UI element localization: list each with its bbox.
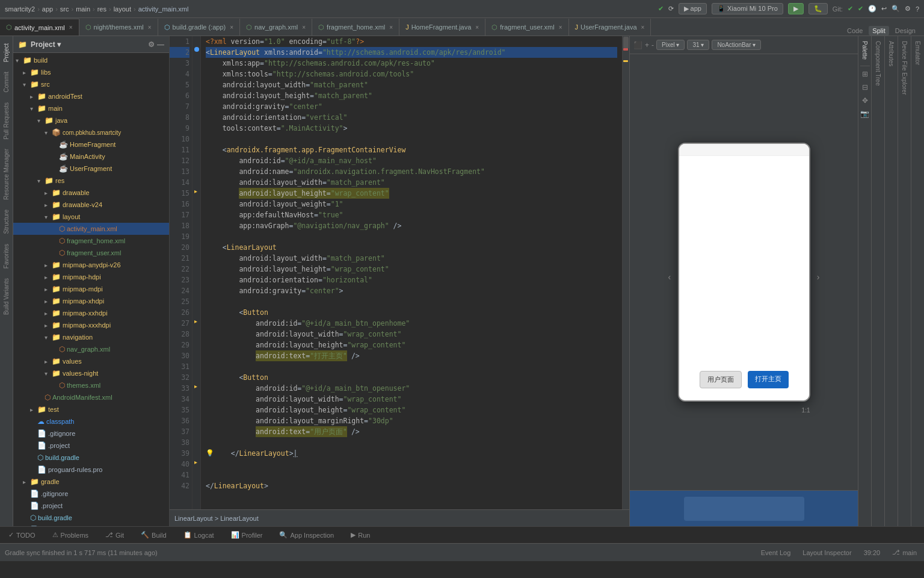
close-tab-fragment-home[interactable]: × — [389, 24, 393, 31]
tab-home-fragment[interactable]: J HomeFragment.java × — [399, 19, 485, 36]
tree-item-project-root[interactable]: ▸ 📄 .project — [13, 500, 169, 512]
close-tab-nav-graph[interactable]: × — [302, 24, 306, 31]
tree-item-main[interactable]: ▾ 📁 main — [13, 102, 169, 114]
tree-item-values[interactable]: ▸ 📁 values — [13, 355, 169, 367]
left-tab-pull-requests[interactable]: Pull Requests — [1, 98, 11, 144]
tree-item-res[interactable]: ▾ 📁 res — [13, 175, 169, 187]
tool-problems[interactable]: ⚠ Problems — [49, 530, 92, 540]
run-btn[interactable]: ▶ — [788, 3, 804, 14]
tab-user-fragment[interactable]: J UserFragment.java × — [569, 19, 651, 36]
palette-tab[interactable]: Palette — [860, 36, 870, 64]
tool-logcat[interactable]: 📋 Logcat — [180, 530, 218, 540]
tree-item-values-night[interactable]: ▾ 📁 values-night — [13, 367, 169, 379]
help-icon[interactable]: ? — [916, 5, 919, 13]
zoom-in-icon[interactable]: + — [645, 41, 649, 49]
tool-app-inspection[interactable]: 🔍 App Inspection — [276, 530, 337, 540]
tree-item-nav-graph[interactable]: ▸ ⬡ nav_graph.xml — [13, 343, 169, 355]
tree-item-java[interactable]: ▾ 📁 java — [13, 114, 169, 126]
git-branch[interactable]: ⎇ main — [890, 547, 919, 558]
tree-item-libs[interactable]: ▸ 📁 libs — [13, 66, 169, 78]
emulator-tab[interactable]: Emulator — [913, 36, 923, 70]
vcs-icon[interactable]: ✔ — [658, 5, 664, 13]
tool-build[interactable]: 🔨 Build — [137, 530, 170, 540]
tree-item-drawable[interactable]: ▸ 📁 drawable — [13, 187, 169, 199]
tree-item-project-inner[interactable]: ▸ 📄 .project — [13, 440, 169, 452]
tree-item-userfragment[interactable]: ▸ ☕ UserFragment — [13, 163, 169, 175]
tree-item-mipmap-xhdpi[interactable]: ▸ 📁 mipmap-xhdpi — [13, 295, 169, 307]
left-tab-favorites[interactable]: Favorites — [1, 239, 11, 273]
close-tab-activity-main[interactable]: × — [69, 24, 73, 31]
settings-gear-icon[interactable]: ⚙ — [148, 40, 155, 49]
tree-item-themes[interactable]: ▸ ⬡ themes.xml — [13, 379, 169, 391]
minimize-icon[interactable]: — — [157, 40, 164, 49]
preview-tab-design[interactable]: Design — [892, 26, 919, 36]
component-tree-tab[interactable]: Component Tree — [873, 36, 883, 91]
theme-selector[interactable]: NoActionBar ▾ — [712, 40, 761, 50]
left-tab-resource-manager[interactable]: Resource Manager — [1, 144, 11, 205]
git-check-icon[interactable]: ✔ — [848, 5, 853, 13]
tree-item-mipmap-hdpi[interactable]: ▸ 📁 mipmap-hdpi — [13, 271, 169, 283]
tree-item-build-gradle-inner[interactable]: ▸ ⬡ build.gradle — [13, 452, 169, 464]
tree-item-mainactivity[interactable]: ▸ ☕ MainActivity — [13, 151, 169, 163]
tree-item-gitignore-inner[interactable]: ▸ 📄 .gitignore — [13, 427, 169, 440]
close-tab-fragment-user[interactable]: × — [559, 24, 562, 31]
attributes-tab[interactable]: Attributes — [886, 36, 896, 71]
tree-item-manifest[interactable]: ▸ ⬡ AndroidManifest.xml — [13, 391, 169, 403]
zoom-out-icon[interactable]: - — [651, 41, 654, 49]
tree-item-proguard[interactable]: ▸ 📄 proguard-rules.pro — [13, 464, 169, 476]
left-tab-structure[interactable]: Structure — [1, 205, 11, 239]
settings-icon[interactable]: ⚙ — [905, 5, 911, 13]
tree-item-build-gradle-root[interactable]: ▸ ⬡ build.gradle — [13, 512, 169, 524]
layout-inspector-btn[interactable]: Layout Inspector — [800, 548, 854, 558]
tree-item-homefragment[interactable]: ▸ ☕ HomeFragment — [13, 138, 169, 151]
close-tab-night-themes[interactable]: × — [148, 24, 152, 31]
pan-icon[interactable]: ✥ — [860, 94, 870, 107]
layout-inspector-icon[interactable]: ⊞ — [860, 67, 870, 81]
tab-fragment-home[interactable]: ⬡ fragment_home.xml × — [312, 19, 399, 36]
tree-item-gradle-folder[interactable]: ▸ 📁 gradle — [13, 476, 169, 488]
tool-git[interactable]: ⎇ Git — [102, 530, 128, 540]
debug-btn[interactable]: 🐛 — [808, 3, 828, 14]
search-icon[interactable]: 🔍 — [892, 5, 900, 13]
tool-profiler[interactable]: 📊 Profiler — [227, 530, 266, 540]
run-config-btn[interactable]: ▶ app — [679, 3, 707, 14]
sync-icon[interactable]: ⟳ — [668, 5, 674, 13]
breadcrumb-linearlayout-1[interactable]: LinearLayout > LinearLayout — [174, 515, 259, 522]
tab-night-themes[interactable]: ⬡ night/themes.xml × — [79, 19, 158, 36]
tree-item-gradle-properties[interactable]: ▸ 📄 gradle.properties — [13, 524, 169, 526]
tree-item-mipmap-mdpi[interactable]: ▸ 📁 mipmap-mdpi — [13, 283, 169, 295]
editor-scrollbar[interactable] — [622, 36, 629, 509]
tab-activity-main[interactable]: ⬡ activity_main.xml × — [0, 19, 79, 36]
left-tab-commit[interactable]: Commit — [1, 67, 11, 97]
device-file-tab[interactable]: Device File Explorer — [899, 36, 910, 99]
tree-item-test[interactable]: ▸ 📁 test — [13, 403, 169, 415]
tab-build-gradle[interactable]: ⬡ build.gradle (:app) × — [158, 19, 241, 36]
tree-item-mipmap-xxhdpi[interactable]: ▸ 📁 mipmap-xxhdpi — [13, 307, 169, 319]
tree-item-fragment-user[interactable]: ▸ ⬡ fragment_user.xml — [13, 247, 169, 259]
device-selector[interactable]: Pixel ▾ — [656, 40, 685, 50]
zoom-to-fit-icon[interactable]: ⊟ — [860, 81, 870, 94]
tree-item-build[interactable]: ▾ 📁 build — [13, 54, 169, 66]
tab-fragment-user[interactable]: ⬡ fragment_user.xml × — [485, 19, 568, 36]
tree-item-layout[interactable]: ▾ 📁 layout — [13, 211, 169, 223]
left-tab-project[interactable]: Project — [1, 39, 11, 67]
history-icon[interactable]: 🕐 — [868, 5, 876, 13]
event-log-btn[interactable]: Event Log — [759, 548, 793, 558]
palette-icon[interactable]: ⬛ — [633, 41, 642, 49]
tree-item-navigation[interactable]: ▾ 📁 navigation — [13, 331, 169, 343]
tree-item-drawable-v24[interactable]: ▸ 📁 drawable-v24 — [13, 199, 169, 211]
tree-item-package[interactable]: ▾ 📦 com.pbkhub.smartcity — [13, 126, 169, 138]
tool-run[interactable]: ▶ Run — [347, 530, 374, 540]
expand-left-icon[interactable]: ‹ — [668, 272, 671, 282]
git-check2-icon[interactable]: ✔ — [858, 5, 863, 13]
tree-item-classpath[interactable]: ▸ ☁ classpath — [13, 415, 169, 427]
close-tab-home-fragment[interactable]: × — [475, 24, 479, 31]
undo-icon[interactable]: ↩ — [881, 5, 887, 13]
tool-todo[interactable]: ✓ TODO — [5, 530, 39, 540]
tab-nav-graph[interactable]: ⬡ nav_graph.xml × — [240, 19, 312, 36]
tree-item-gitignore-root[interactable]: ▸ 📄 .gitignore — [13, 488, 169, 500]
tree-item-mipmap-anydpi[interactable]: ▸ 📁 mipmap-anydpi-v26 — [13, 259, 169, 271]
tree-item-activity-main[interactable]: ▸ ⬡ activity_main.xml — [13, 223, 169, 235]
device-btn[interactable]: 📱 Xiaomi Mi 10 Pro — [712, 3, 783, 14]
expand-right-icon[interactable]: › — [817, 272, 820, 282]
